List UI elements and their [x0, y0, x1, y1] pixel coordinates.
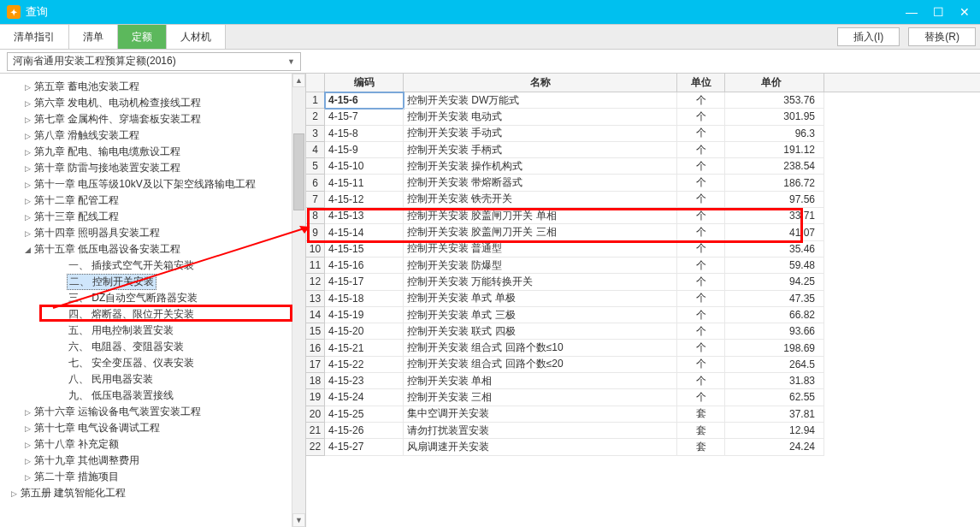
cell-code[interactable]: 4-15-25	[325, 406, 404, 423]
cell-code[interactable]: 4-15-15	[325, 241, 404, 258]
cell-price[interactable]: 94.25	[725, 274, 824, 290]
tab-1[interactable]: 清单	[69, 25, 118, 49]
cell-unit[interactable]: 个	[677, 258, 725, 274]
table-row[interactable]: 154-15-20控制开关安装 联式 四极个93.66	[306, 323, 980, 340]
cell-code[interactable]: 4-15-8	[325, 126, 404, 142]
cell-price[interactable]: 35.46	[725, 241, 824, 258]
scroll-down-icon[interactable]: ▼	[292, 513, 305, 527]
tree-item[interactable]: 二、 控制开关安装	[5, 274, 305, 290]
cell-unit[interactable]: 个	[677, 126, 725, 142]
expander-icon[interactable]: ▷	[22, 132, 32, 140]
cell-unit[interactable]: 个	[677, 142, 725, 158]
cell-unit[interactable]: 个	[677, 291, 725, 307]
cell-name[interactable]: 控制开关安装 普通型	[404, 241, 677, 258]
cell-name[interactable]: 控制开关安装 组合式 回路个数≤20	[404, 357, 677, 373]
cell-name[interactable]: 控制开关安装 联式 四极	[404, 323, 677, 340]
tree-item[interactable]: ▷第八章 滑触线安装工程	[5, 127, 305, 144]
expander-icon[interactable]: ▷	[22, 424, 32, 433]
cell-code[interactable]: 4-15-19	[325, 307, 404, 323]
cell-price[interactable]: 186.72	[725, 175, 824, 191]
cell-code[interactable]: 4-15-9	[325, 142, 404, 158]
close-button[interactable]: ✕	[956, 5, 973, 19]
table-row[interactable]: 114-15-16控制开关安装 防爆型个59.48	[306, 258, 980, 274]
cell-name[interactable]: 控制开关安装 电动式	[404, 109, 677, 125]
cell-price[interactable]: 191.12	[725, 142, 824, 158]
cell-price[interactable]: 47.35	[725, 291, 824, 307]
expander-icon[interactable]: ▷	[22, 83, 32, 92]
cell-unit[interactable]: 个	[677, 175, 725, 191]
table-row[interactable]: 134-15-18控制开关安装 单式 单极个47.35	[306, 291, 980, 307]
tree-item[interactable]: ◢第十五章 低压电器设备安装工程	[5, 241, 305, 258]
expander-icon[interactable]: ▷	[22, 99, 32, 108]
tab-2[interactable]: 定额	[118, 25, 167, 49]
expander-icon[interactable]: ▷	[9, 489, 19, 498]
tree-item[interactable]: 五、 用电控制装置安装	[5, 323, 305, 339]
scroll-up-icon[interactable]: ▲	[292, 74, 305, 87]
table-row[interactable]: 224-15-27风扇调速开关安装套24.24	[306, 439, 980, 455]
tree-item[interactable]: 六、 电阻器、变阻器安装	[5, 339, 305, 355]
cell-price[interactable]: 66.82	[725, 307, 824, 323]
cell-code[interactable]: 4-15-21	[325, 340, 404, 356]
cell-price[interactable]: 97.56	[725, 192, 824, 208]
cell-unit[interactable]: 个	[677, 307, 725, 323]
tree-item[interactable]: ▷第十四章 照明器具安装工程	[5, 225, 305, 241]
col-name[interactable]: 名称	[404, 74, 677, 92]
tree-item[interactable]: 三、 DZ自动空气断路器安装	[5, 290, 305, 306]
cell-price[interactable]: 37.81	[725, 406, 824, 423]
cell-name[interactable]: 控制开关安装 DW万能式	[404, 92, 677, 109]
cell-unit[interactable]: 个	[677, 224, 725, 240]
cell-unit[interactable]: 个	[677, 373, 725, 389]
cell-price[interactable]: 12.94	[725, 423, 824, 439]
tree-item[interactable]: 九、 低压电器装置接线	[5, 388, 305, 404]
col-code[interactable]: 编码	[325, 74, 404, 92]
cell-price[interactable]: 41.07	[725, 224, 824, 240]
table-row[interactable]: 34-15-8控制开关安装 手动式个96.3	[306, 126, 980, 142]
cell-unit[interactable]: 个	[677, 323, 725, 340]
maximize-button[interactable]: ☐	[930, 5, 948, 19]
expander-icon[interactable]: ▷	[22, 148, 32, 157]
tree-item[interactable]: ▷第十六章 运输设备电气装置安装工程	[5, 404, 305, 420]
insert-button[interactable]: 插入(I)	[837, 27, 900, 46]
expander-icon[interactable]: ▷	[22, 115, 32, 124]
tree-item[interactable]: ▷第十三章 配线工程	[5, 209, 305, 225]
tree-item[interactable]: ▷第十一章 电压等级10kV及以下架空线路输电工程	[5, 176, 305, 192]
cell-price[interactable]: 301.95	[725, 109, 824, 125]
expander-icon[interactable]: ▷	[22, 229, 32, 238]
cell-code[interactable]: 4-15-17	[325, 274, 404, 290]
cell-price[interactable]: 353.76	[725, 92, 824, 109]
cell-name[interactable]: 请勿打扰装置安装	[404, 423, 677, 439]
tree-item[interactable]: 一、 插接式空气开关箱安装	[5, 258, 305, 274]
cell-code[interactable]: 4-15-20	[325, 323, 404, 340]
cell-unit[interactable]: 个	[677, 109, 725, 125]
table-row[interactable]: 184-15-23控制开关安装 单相个31.83	[306, 373, 980, 389]
tree-item[interactable]: ▷第十八章 补充定额	[5, 436, 305, 453]
cell-unit[interactable]: 个	[677, 192, 725, 208]
cell-name[interactable]: 控制开关安装 带熔断器式	[404, 175, 677, 191]
cell-price[interactable]: 33.71	[725, 208, 824, 224]
col-price[interactable]: 单价	[725, 74, 824, 92]
cell-code[interactable]: 4-15-6	[325, 92, 404, 109]
cell-unit[interactable]: 个	[677, 208, 725, 224]
cell-code[interactable]: 4-15-14	[325, 224, 404, 240]
expander-icon[interactable]: ▷	[22, 164, 32, 173]
cell-name[interactable]: 控制开关安装 防爆型	[404, 258, 677, 274]
cell-name[interactable]: 控制开关安装 单相	[404, 373, 677, 389]
table-row[interactable]: 84-15-13控制开关安装 胶盖闸刀开关 单相个33.71	[306, 208, 980, 224]
tree-item[interactable]: 七、 安全变压器、仪表安装	[5, 355, 305, 371]
table-row[interactable]: 24-15-7控制开关安装 电动式个301.95	[306, 109, 980, 125]
cell-code[interactable]: 4-15-7	[325, 109, 404, 125]
table-row[interactable]: 54-15-10控制开关安装 操作机构式个238.54	[306, 158, 980, 175]
replace-button[interactable]: 替换(R)	[908, 27, 976, 46]
cell-code[interactable]: 4-15-22	[325, 357, 404, 373]
cell-unit[interactable]: 个	[677, 389, 725, 406]
scroll-thumb[interactable]	[293, 133, 304, 210]
cell-unit[interactable]: 个	[677, 241, 725, 258]
tree-item[interactable]: ▷第七章 金属构件、穿墙套板安装工程	[5, 111, 305, 127]
tab-0[interactable]: 清单指引	[0, 25, 69, 49]
cell-price[interactable]: 24.24	[725, 439, 824, 455]
cell-unit[interactable]: 套	[677, 423, 725, 439]
cell-price[interactable]: 238.54	[725, 158, 824, 175]
cell-code[interactable]: 4-15-24	[325, 389, 404, 406]
cell-name[interactable]: 集中空调开关安装	[404, 406, 677, 423]
table-row[interactable]: 104-15-15控制开关安装 普通型个35.46	[306, 241, 980, 258]
